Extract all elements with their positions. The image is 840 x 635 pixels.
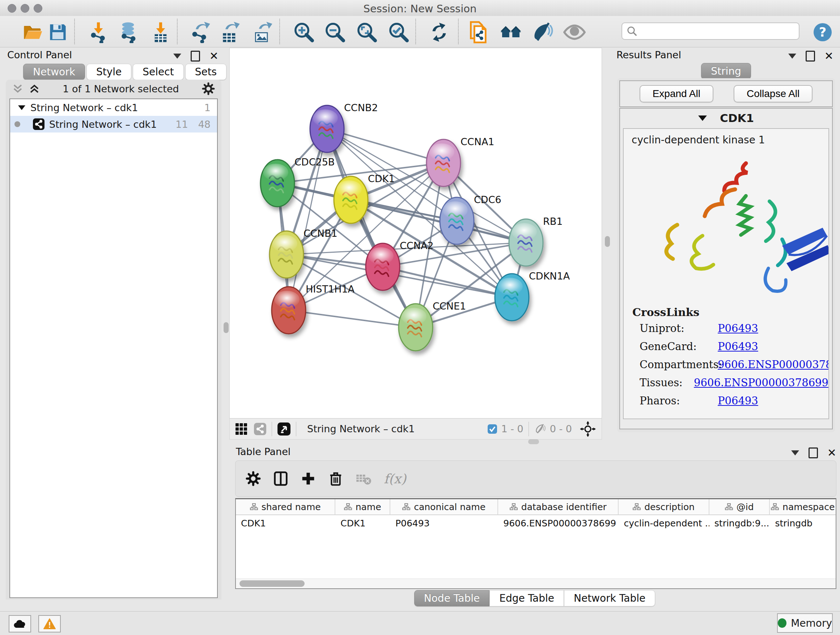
collapse-all-icon[interactable] [12, 83, 23, 94]
column-header[interactable]: @id [709, 499, 770, 515]
table-panel: Table Panel ✕ f(x) shared name [229, 444, 840, 611]
export-image-icon[interactable] [250, 21, 273, 44]
crosslink-label: Compartments: [639, 358, 718, 371]
search-input[interactable] [622, 22, 799, 40]
vertical-splitter-handle[interactable] [224, 322, 229, 333]
hide-selected-icon[interactable] [531, 21, 554, 44]
zoom-in-icon[interactable] [292, 21, 316, 44]
float-panel-icon[interactable] [191, 51, 200, 62]
close-panel-icon[interactable]: ✕ [827, 448, 836, 458]
table-row[interactable]: CDK1 CDK1 P06493 9606.ENSP00000378699 cy… [236, 515, 836, 531]
node-result-card: CDK1 cyclin-dependent kinase 1 [619, 108, 833, 429]
crosslink-link[interactable]: P06493 [718, 340, 758, 353]
crosslink-link[interactable]: 9606.ENSP00000378699 [694, 377, 829, 389]
cell-database-identifier[interactable]: 9606.ENSP00000378699 [498, 515, 619, 531]
gear-icon[interactable] [202, 82, 215, 95]
save-icon[interactable] [46, 21, 69, 44]
tab-edge-table[interactable]: Edge Table [489, 590, 564, 606]
network-tab-panel: 1 of 1 Network selected String Network –… [6, 80, 221, 600]
entry-expander-icon[interactable] [698, 116, 707, 121]
cell-name[interactable]: CDK1 [335, 515, 390, 531]
svg-text:CCNA1: CCNA1 [461, 136, 494, 147]
collapse-all-button[interactable]: Collapse All [734, 85, 813, 103]
scrollbar-thumb[interactable] [240, 580, 305, 587]
cell-namespace[interactable]: stringdb [770, 515, 836, 531]
export-table-icon[interactable] [218, 21, 241, 44]
tab-select[interactable]: Select [133, 64, 183, 80]
cell-description[interactable]: cyclin-dependent ... [619, 515, 709, 531]
string-file-icon[interactable] [467, 21, 491, 44]
network-canvas[interactable]: CCNB2CCNA1CDC25BCDK1CDC6RB1CCNB1CCNA2CDK… [229, 48, 602, 419]
column-header[interactable]: namespace [770, 499, 836, 515]
network-row[interactable]: String Network – cdk1 11 48 [10, 116, 217, 133]
expand-all-button[interactable]: Expand All [639, 85, 714, 103]
crosslink-link[interactable]: P06493 [718, 394, 758, 407]
string-results-box: Expand All Collapse All CDK1 cyclin-depe… [617, 78, 835, 432]
tab-style[interactable]: Style [87, 64, 131, 80]
open-folder-icon[interactable] [21, 21, 44, 44]
clear-table-icon[interactable] [355, 470, 371, 486]
tab-network-table[interactable]: Network Table [564, 590, 655, 606]
zoom-selected-icon[interactable] [387, 21, 410, 44]
tab-node-table[interactable]: Node Table [414, 590, 489, 606]
entry-details: cyclin-dependent kinase 1 [623, 128, 829, 419]
zoom-fit-icon[interactable] [355, 21, 378, 44]
zoom-out-icon[interactable] [324, 21, 347, 44]
memory-status-dot-icon [778, 618, 786, 628]
node-table[interactable]: shared name name canonical name database… [235, 498, 836, 589]
export-network-icon[interactable] [188, 21, 211, 44]
fit-content-crosshair-icon[interactable] [580, 421, 596, 437]
column-header[interactable]: shared name [236, 499, 335, 515]
selected-checkbox-icon[interactable] [487, 424, 497, 434]
float-panel-icon[interactable] [806, 51, 815, 62]
function-builder-icon[interactable]: f(x) [384, 471, 406, 486]
refresh-icon[interactable] [428, 21, 451, 44]
delete-column-icon[interactable] [328, 471, 343, 486]
cell-id[interactable]: stringdb:9... [709, 515, 770, 531]
panel-menu-icon[interactable] [791, 450, 799, 455]
horizontal-scrollbar[interactable] [236, 578, 836, 588]
crosslink-link[interactable]: 9606.ENSP00000378699 [718, 358, 829, 371]
crosslink-row: Pharos: P06493 [624, 392, 829, 410]
column-header[interactable]: name [335, 499, 390, 515]
show-selected-icon[interactable] [563, 21, 586, 44]
panel-menu-icon[interactable] [788, 54, 796, 59]
birdseye-view-icon[interactable] [277, 422, 291, 436]
collection-expander-icon[interactable] [18, 105, 25, 110]
homes-icon[interactable] [499, 21, 523, 44]
vertical-splitter-handle[interactable] [605, 236, 610, 247]
help-icon[interactable]: ? [811, 21, 834, 44]
close-panel-icon[interactable]: ✕ [824, 51, 834, 62]
gear-icon[interactable] [246, 471, 261, 486]
network-view-mode-icon[interactable] [254, 423, 267, 435]
add-column-icon[interactable] [301, 471, 316, 486]
import-network-icon[interactable] [87, 21, 110, 44]
warning-button[interactable] [38, 615, 61, 632]
table-toolbar: f(x) [235, 461, 836, 497]
columns-icon[interactable] [273, 471, 288, 486]
column-header[interactable]: description [619, 499, 709, 515]
memory-button[interactable]: Memory [777, 613, 833, 633]
import-database-icon[interactable] [117, 21, 140, 44]
cloud-button[interactable] [9, 615, 31, 632]
svg-text:CCNB1: CCNB1 [303, 228, 338, 239]
expand-all-icon[interactable] [29, 83, 40, 94]
close-panel-icon[interactable]: ✕ [210, 51, 218, 62]
tab-sets[interactable]: Sets [185, 64, 227, 80]
selected-node-edge-counts: 1 - 0 [501, 423, 523, 434]
grid-view-icon[interactable] [235, 423, 248, 435]
tab-network[interactable]: Network [23, 64, 85, 80]
hidden-eye-icon[interactable] [534, 423, 547, 435]
import-table-icon[interactable] [149, 21, 172, 44]
column-header[interactable]: database identifier [498, 499, 619, 515]
cell-shared-name[interactable]: CDK1 [236, 515, 335, 531]
network-collection-row[interactable]: String Network – cdk1 1 [10, 99, 217, 116]
horizontal-splitter-handle[interactable] [528, 439, 539, 444]
cell-canonical-name[interactable]: P06493 [390, 515, 498, 531]
float-panel-icon[interactable] [808, 448, 818, 458]
column-header[interactable]: canonical name [390, 499, 498, 515]
search-icon [627, 26, 638, 36]
panel-menu-icon[interactable] [173, 54, 181, 59]
crosslink-link[interactable]: P06493 [718, 322, 758, 334]
tab-string[interactable]: String [701, 63, 751, 79]
